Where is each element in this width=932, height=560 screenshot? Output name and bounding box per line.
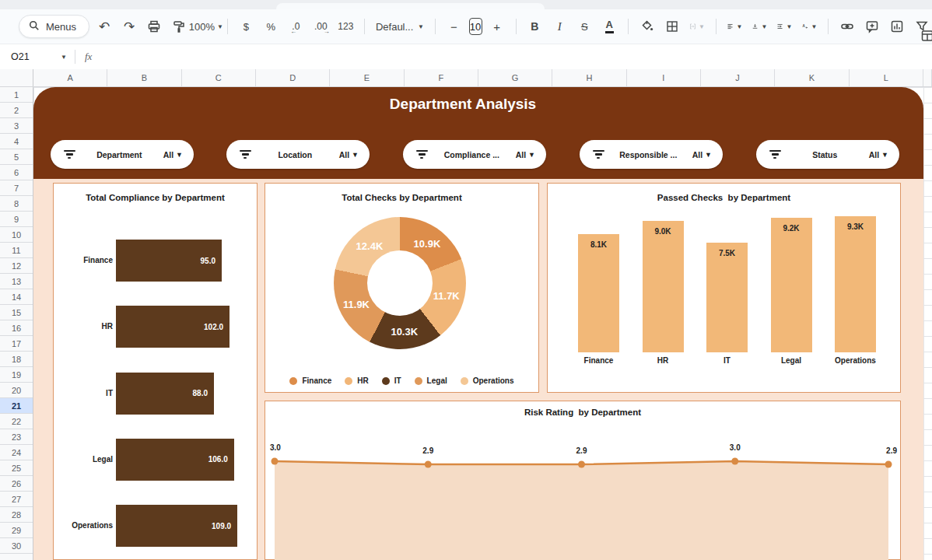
point-value-label: 3.0 <box>270 443 281 452</box>
row-header-15[interactable]: 15 <box>0 305 33 320</box>
decrease-font-size-button[interactable]: − <box>444 16 464 37</box>
row-header-18[interactable]: 18 <box>0 352 33 367</box>
row-header-9[interactable]: 9 <box>0 212 33 227</box>
data-point <box>425 461 432 468</box>
column-header-J[interactable]: J <box>701 69 775 86</box>
column-header-B[interactable]: B <box>107 69 181 86</box>
column-header-K[interactable]: K <box>775 69 849 86</box>
row-header-16[interactable]: 16 <box>0 320 33 336</box>
slicer-status[interactable]: Status All▼ <box>756 140 899 169</box>
toolbar-divider <box>516 19 517 34</box>
font-size-input[interactable]: 10 <box>469 18 482 35</box>
slicer-department[interactable]: Department All▼ <box>51 140 194 169</box>
insert-link-button[interactable] <box>837 16 857 37</box>
chart-passed-checks[interactable]: Passed Checks by Department 8.1KFinance9… <box>547 183 901 393</box>
row-header-20[interactable]: 20 <box>0 383 33 398</box>
row-header-26[interactable]: 26 <box>0 476 33 492</box>
legend-dot <box>382 377 390 385</box>
data-point <box>731 458 738 465</box>
bar-finance <box>578 234 619 352</box>
text-wrap-button[interactable]: ▼ <box>774 16 794 37</box>
insert-comment-button[interactable] <box>862 16 882 37</box>
formula-bar: O21 ▼ fx <box>0 44 932 70</box>
row-header-17[interactable]: 17 <box>0 336 33 352</box>
bold-button[interactable]: B <box>524 16 545 37</box>
column-header-A[interactable]: A <box>33 69 107 86</box>
row-header-19[interactable]: 19 <box>0 367 33 383</box>
chart-risk-rating[interactable]: Risk Rating by Department 3.02.92.93.02.… <box>265 401 901 560</box>
fill-color-button[interactable] <box>637 16 657 37</box>
format-currency-button[interactable]: $ <box>236 16 256 37</box>
font-family-select[interactable]: Defaul...▼ <box>373 16 426 37</box>
bar-operations: 109.0 <box>116 505 237 547</box>
row-header-24[interactable]: 24 <box>0 445 33 460</box>
column-headers[interactable]: ABCDEFGHIJKL <box>0 69 932 87</box>
strikethrough-button[interactable]: S <box>574 16 594 37</box>
menus-search-button[interactable]: Menus <box>19 15 89 38</box>
decrease-decimal-button[interactable]: .0← <box>286 16 306 37</box>
column-header-D[interactable]: D <box>256 69 330 86</box>
filter-views-button[interactable] <box>917 25 932 44</box>
donut-value-label: 10.3K <box>391 325 418 337</box>
row-header-5[interactable]: 5 <box>0 149 33 165</box>
row-header-6[interactable]: 6 <box>0 165 33 180</box>
column-header-G[interactable]: G <box>478 69 552 86</box>
italic-button[interactable]: I <box>549 16 569 37</box>
column-header-fill <box>923 69 932 86</box>
column-header-L[interactable]: L <box>850 69 923 86</box>
slicer-compliance[interactable]: Compliance ... All▼ <box>403 140 546 169</box>
print-button[interactable] <box>144 16 164 37</box>
row-header-4[interactable]: 4 <box>0 134 33 149</box>
row-header-3[interactable]: 3 <box>0 118 33 134</box>
legend-label: Operations <box>473 376 514 385</box>
data-point <box>272 458 279 465</box>
number-format-button[interactable]: 123 <box>335 16 356 37</box>
row-header-21[interactable]: 21 <box>0 398 33 414</box>
slicer-responsible[interactable]: Responsible ... All▼ <box>580 140 723 169</box>
horizontal-align-button[interactable]: ▼ <box>724 16 745 37</box>
row-header-30[interactable]: 30 <box>0 538 33 554</box>
slicer-location[interactable]: Location All▼ <box>226 140 370 169</box>
redo-button[interactable]: ↷ <box>119 16 139 37</box>
column-header-E[interactable]: E <box>330 69 404 86</box>
format-percent-button[interactable]: % <box>261 16 281 37</box>
row-header-8[interactable]: 8 <box>0 196 33 212</box>
row-header-27[interactable]: 27 <box>0 492 33 507</box>
row-header-7[interactable]: 7 <box>0 180 33 196</box>
legend-dot <box>345 377 352 385</box>
insert-chart-button[interactable] <box>887 16 907 37</box>
zoom-select[interactable]: 100%▼ <box>194 16 219 37</box>
row-header-13[interactable]: 13 <box>0 274 33 289</box>
row-header-29[interactable]: 29 <box>0 523 33 538</box>
row-header-1[interactable]: 1 <box>0 87 33 103</box>
row-header-2[interactable]: 2 <box>0 103 33 118</box>
increase-font-size-button[interactable]: + <box>487 16 507 37</box>
column-header-F[interactable]: F <box>405 69 478 86</box>
row-header-23[interactable]: 23 <box>0 429 33 445</box>
undo-button[interactable]: ↶ <box>94 16 114 37</box>
vertical-align-button[interactable]: ▼ <box>749 16 769 37</box>
row-header-10[interactable]: 10 <box>0 227 33 243</box>
row-header-12[interactable]: 12 <box>0 258 33 274</box>
row-header-14[interactable]: 14 <box>0 289 33 305</box>
row-headers[interactable]: 1234567891011121314151617181920212223242… <box>0 87 33 560</box>
text-color-button[interactable]: A <box>599 16 619 37</box>
row-header-22[interactable]: 22 <box>0 414 33 429</box>
toolbar-divider <box>716 19 717 34</box>
row-header-11[interactable]: 11 <box>0 243 33 258</box>
increase-decimal-button[interactable]: .00→ <box>310 16 331 37</box>
row-header-28[interactable]: 28 <box>0 507 33 523</box>
select-all-corner[interactable] <box>0 69 33 86</box>
name-box[interactable]: O21 ▼ <box>0 51 75 62</box>
column-header-H[interactable]: H <box>552 69 626 86</box>
chart-total-checks-donut[interactable]: Total Checks by Department 10.9K11.7K10.… <box>265 183 539 393</box>
paint-format-button[interactable] <box>169 16 189 37</box>
donut-hole <box>367 250 433 316</box>
borders-button[interactable] <box>662 16 682 37</box>
column-header-C[interactable]: C <box>182 69 256 86</box>
merge-cells-button[interactable]: ▼ <box>687 16 707 37</box>
column-header-I[interactable]: I <box>627 69 701 86</box>
chart-total-compliance[interactable]: Total Compliance by Department Finance95… <box>53 183 258 560</box>
row-header-25[interactable]: 25 <box>0 460 33 476</box>
text-rotation-button[interactable]: A▼ <box>799 16 819 37</box>
